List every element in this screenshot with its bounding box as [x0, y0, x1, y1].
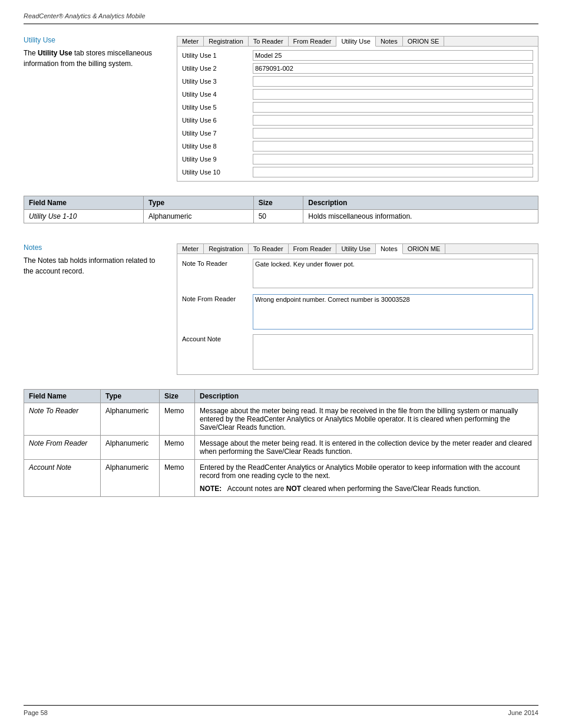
- utility-input-2[interactable]: [253, 63, 533, 74]
- notes-table-col-field: Field Name: [24, 390, 101, 403]
- utility-row-6: Utility Use 6: [180, 114, 535, 127]
- utility-use-bold: Utility Use: [38, 49, 72, 57]
- notes-table-size-2: Memo: [160, 436, 195, 460]
- utility-use-section: Utility Use The Utility Use tab stores m…: [24, 36, 538, 182]
- footer-date: June 2014: [508, 709, 538, 716]
- notes-title: Notes: [24, 243, 165, 252]
- utility-row-5: Utility Use 5: [180, 101, 535, 114]
- utility-table-col-desc: Description: [303, 196, 538, 210]
- tab-meter[interactable]: Meter: [177, 37, 204, 46]
- utility-label-4: Utility Use 4: [182, 91, 253, 98]
- tab-orion-se[interactable]: ORION SE: [403, 37, 445, 46]
- note-from-reader-input[interactable]: Wrong endpoint number. Correct number is…: [253, 294, 533, 330]
- utility-label-8: Utility Use 8: [182, 143, 253, 150]
- notes-tab-notes[interactable]: Notes: [376, 244, 403, 254]
- utility-label-7: Utility Use 7: [182, 130, 253, 137]
- utility-label-5: Utility Use 5: [182, 104, 253, 111]
- tab-to-reader[interactable]: To Reader: [249, 37, 289, 46]
- notes-table-desc-3: Entered by the ReadCenter Analytics or A…: [195, 460, 538, 497]
- notes-table-type-3: Alphanumeric: [101, 460, 160, 497]
- table-row: Account Note Alphanumeric Memo Entered b…: [24, 460, 538, 497]
- utility-use-text: The Utility Use tab stores miscellaneous…: [24, 48, 165, 69]
- utility-label-3: Utility Use 3: [182, 78, 253, 85]
- utility-input-9[interactable]: [253, 154, 533, 164]
- account-note-row: Account Note: [180, 332, 535, 372]
- tab-notes[interactable]: Notes: [376, 37, 403, 46]
- notes-table-col-desc: Description: [195, 390, 538, 403]
- utility-use-tab-ui: Meter Registration To Reader From Reader…: [177, 36, 538, 182]
- notes-text: The Notes tab holds information related …: [24, 255, 165, 276]
- not-bold: NOT: [286, 485, 301, 493]
- footer-page: Page 58: [24, 709, 48, 716]
- note-from-reader-row: Note From Reader Wrong endpoint number. …: [180, 292, 535, 332]
- utility-use-table: Field Name Type Size Description Utility…: [24, 196, 538, 223]
- notes-table-size-1: Memo: [160, 403, 195, 436]
- utility-label-2: Utility Use 2: [182, 65, 253, 72]
- utility-input-6[interactable]: [253, 115, 533, 126]
- utility-use-title: Utility Use: [24, 36, 165, 44]
- notes-tab-registration[interactable]: Registration: [204, 244, 249, 253]
- table-row: Note From Reader Alphanumeric Memo Messa…: [24, 436, 538, 460]
- notes-table-type-1: Alphanumeric: [101, 403, 160, 436]
- utility-label-10: Utility Use 10: [182, 169, 253, 176]
- utility-input-1[interactable]: [253, 50, 533, 61]
- utility-row-4: Utility Use 4: [180, 88, 535, 101]
- utility-table-type: Alphanumeric: [144, 210, 254, 223]
- note-to-reader-label: Note To Reader: [182, 259, 253, 267]
- utility-table-field: Utility Use 1-10: [24, 210, 144, 223]
- utility-table-col-type: Type: [144, 196, 254, 210]
- utility-row-8: Utility Use 8: [180, 140, 535, 153]
- utility-row-7: Utility Use 7: [180, 127, 535, 140]
- footer-bar: Page 58 June 2014: [24, 705, 538, 716]
- utility-table-description: Holds miscellaneous information.: [303, 210, 538, 223]
- note-from-reader-label: Note From Reader: [182, 294, 253, 302]
- note-to-reader-row: Note To Reader Gate locked. Key under fl…: [180, 256, 535, 292]
- utility-input-10[interactable]: [253, 167, 533, 177]
- tab-from-reader[interactable]: From Reader: [289, 37, 337, 46]
- notes-table-desc-2: Message about the meter being read. It i…: [195, 436, 538, 460]
- header-title: ReadCenter® Analytics & Analytics Mobile: [24, 12, 146, 19]
- utility-label-6: Utility Use 6: [182, 117, 253, 124]
- account-note-label: Account Note: [182, 334, 253, 342]
- utility-input-4[interactable]: [253, 89, 533, 100]
- notes-tab-bar: Meter Registration To Reader From Reader…: [177, 244, 538, 254]
- tab-utility-use[interactable]: Utility Use: [336, 37, 376, 47]
- notes-tab-utility-use[interactable]: Utility Use: [336, 244, 376, 253]
- utility-table-col-field: Field Name: [24, 196, 144, 210]
- utility-row-1: Utility Use 1: [180, 49, 535, 62]
- notes-tab-from-reader[interactable]: From Reader: [289, 244, 337, 253]
- account-note-input[interactable]: [253, 334, 533, 370]
- notes-table-size-3: Memo: [160, 460, 195, 497]
- notes-table-col-size: Size: [160, 390, 195, 403]
- utility-use-tab-bar: Meter Registration To Reader From Reader…: [177, 37, 538, 47]
- utility-input-5[interactable]: [253, 102, 533, 113]
- utility-use-description: Utility Use The Utility Use tab stores m…: [24, 36, 165, 182]
- notes-table-field-3: Account Note: [24, 460, 101, 497]
- notes-tab-ui: Meter Registration To Reader From Reader…: [177, 243, 538, 375]
- utility-use-tab-content: Utility Use 1 Utility Use 2 Utility Use …: [177, 47, 538, 181]
- notes-section: Notes The Notes tab holds information re…: [24, 243, 538, 375]
- note-prefix: NOTE:: [200, 485, 222, 493]
- notes-table-type-2: Alphanumeric: [101, 436, 160, 460]
- utility-label-1: Utility Use 1: [182, 52, 253, 59]
- page-wrapper: ReadCenter® Analytics & Analytics Mobile…: [0, 0, 562, 728]
- notes-table-desc-1: Message about the meter being read. It m…: [195, 403, 538, 436]
- utility-row-10: Utility Use 10: [180, 166, 535, 179]
- utility-label-9: Utility Use 9: [182, 156, 253, 163]
- notes-table-field-1: Note To Reader: [24, 403, 101, 436]
- header-bar: ReadCenter® Analytics & Analytics Mobile: [24, 12, 538, 24]
- notes-table-field-2: Note From Reader: [24, 436, 101, 460]
- tab-registration[interactable]: Registration: [204, 37, 249, 46]
- utility-input-3[interactable]: [253, 76, 533, 87]
- notes-tab-meter[interactable]: Meter: [177, 244, 204, 253]
- utility-row-9: Utility Use 9: [180, 153, 535, 166]
- notes-table-col-type: Type: [101, 390, 160, 403]
- notes-tab-content: Note To Reader Gate locked. Key under fl…: [177, 254, 538, 374]
- note-to-reader-input[interactable]: Gate locked. Key under flower pot.: [253, 259, 533, 288]
- notes-tab-orion-me[interactable]: ORION ME: [403, 244, 446, 253]
- utility-input-8[interactable]: [253, 141, 533, 151]
- utility-table-col-size: Size: [253, 196, 303, 210]
- notes-tab-to-reader[interactable]: To Reader: [249, 244, 289, 253]
- utility-input-7[interactable]: [253, 128, 533, 139]
- table-row: Note To Reader Alphanumeric Memo Message…: [24, 403, 538, 436]
